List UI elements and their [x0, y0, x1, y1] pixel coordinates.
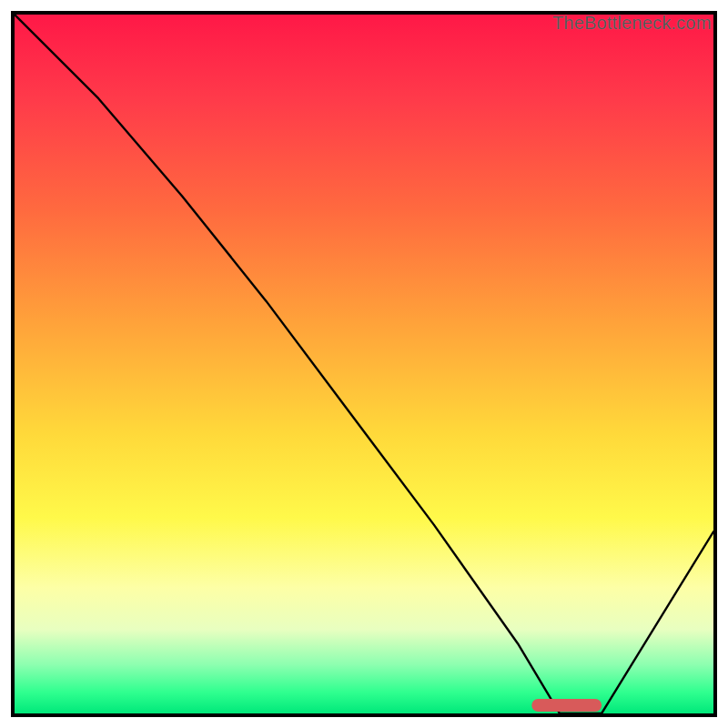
chart-frame: TheBottleneck.com [11, 11, 717, 717]
bottleneck-curve-line [15, 15, 713, 713]
watermark-text: TheBottleneck.com [552, 13, 712, 34]
optimal-range-marker [531, 699, 602, 712]
chart-overlay [15, 15, 713, 713]
